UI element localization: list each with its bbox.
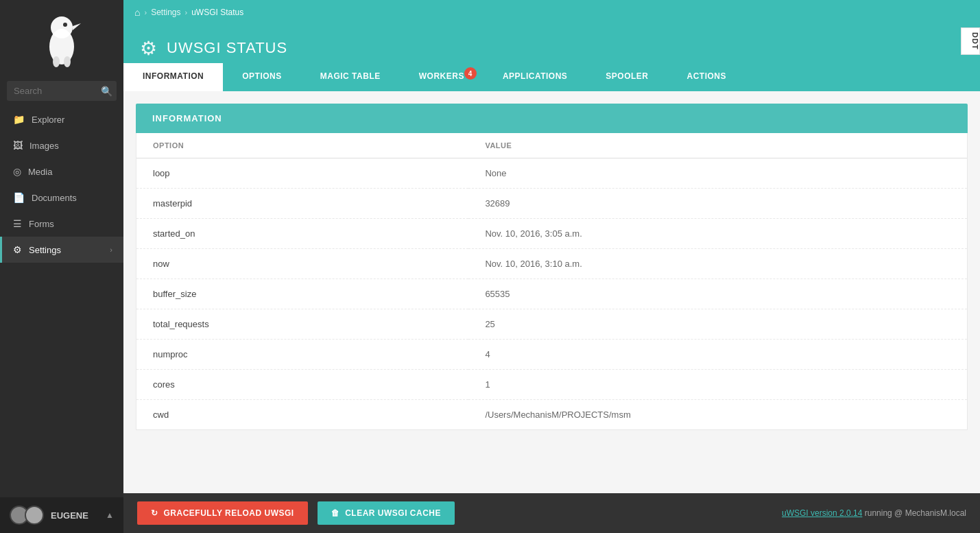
tab-workers-label: WORKERS xyxy=(419,71,464,81)
table-row: buffer_size65535 xyxy=(136,279,967,309)
sidebar-item-label: Settings xyxy=(29,245,61,255)
info-table: OPTION VALUE loopNonemasterpid32689start… xyxy=(136,133,967,429)
tab-workers[interactable]: WORKERS 4 xyxy=(400,63,483,91)
search-area: 🔍 xyxy=(0,75,123,106)
version-info: uWSGI version 2.0.14 running @ MechanisM… xyxy=(782,508,966,518)
value-cell: 25 xyxy=(468,309,967,340)
option-cell: cwd xyxy=(136,400,468,430)
user-menu-chevron[interactable]: ▲ xyxy=(106,510,114,520)
workers-badge: 4 xyxy=(464,67,477,80)
option-cell: started_on xyxy=(136,219,468,249)
sidebar-item-label: Media xyxy=(28,167,52,177)
sidebar-footer: EUGENE ▲ xyxy=(0,497,123,533)
svg-point-5 xyxy=(64,56,71,67)
svg-point-3 xyxy=(63,23,67,27)
logo-area xyxy=(0,0,123,75)
tab-options[interactable]: OPTIONS xyxy=(223,63,301,91)
value-cell: Nov. 10, 2016, 3:05 a.m. xyxy=(468,219,967,249)
value-cell: 65535 xyxy=(468,279,967,309)
option-cell: cores xyxy=(136,370,468,400)
breadcrumb-uwsgi-status: uWSGI Status xyxy=(191,8,243,17)
bird-logo xyxy=(41,12,82,67)
svg-point-4 xyxy=(53,56,60,67)
avatar xyxy=(25,506,44,525)
action-bar: ↻ GRACEFULLY RELOAD UWSGI 🗑 CLEAR UWSGI … xyxy=(123,493,980,533)
page-title: UWSGI STATUS xyxy=(167,39,287,57)
value-cell: None xyxy=(468,158,967,189)
sidebar-item-images[interactable]: 🖼 Images xyxy=(0,132,123,158)
breadcrumb-settings[interactable]: Settings xyxy=(151,8,180,17)
sidebar-item-label: Explorer xyxy=(32,115,64,125)
user-name: EUGENE xyxy=(51,510,99,521)
table-row: cwd/Users/MechanisM/PROJECTS/msm xyxy=(136,400,967,430)
table-row: nowNov. 10, 2016, 3:10 a.m. xyxy=(136,249,967,279)
cache-button-label: CLEAR UWSGI CACHE xyxy=(345,508,441,518)
sidebar-item-label: Forms xyxy=(29,219,54,229)
home-icon[interactable]: ⌂ xyxy=(134,7,140,18)
sidebar: 🔍 📁 Explorer 🖼 Images ◎ Media 📄 Document… xyxy=(0,0,123,533)
explorer-icon: 📁 xyxy=(13,114,25,125)
table-row: masterpid32689 xyxy=(136,189,967,219)
sidebar-item-label: Documents xyxy=(32,193,77,203)
main-content: ⌂ › Settings › uWSGI Status ⚙ UWSGI STAT… xyxy=(123,0,980,533)
settings-expand-icon: › xyxy=(110,246,112,254)
svg-marker-2 xyxy=(73,23,81,30)
sidebar-item-settings[interactable]: ⚙ Settings › xyxy=(0,237,123,263)
settings-icon: ⚙ xyxy=(13,244,22,255)
version-link[interactable]: uWSGI version 2.0.14 xyxy=(782,508,862,518)
tab-magic-table[interactable]: MAGIC TABLE xyxy=(301,63,400,91)
clear-cache-button[interactable]: 🗑 CLEAR UWSGI CACHE xyxy=(318,501,455,525)
tab-information[interactable]: INFORMATION xyxy=(123,63,223,91)
option-cell: now xyxy=(136,249,468,279)
table-row: numproc4 xyxy=(136,340,967,370)
reload-button-label: GRACEFULLY RELOAD UWSGI xyxy=(164,508,294,518)
ddt-badge[interactable]: DDT xyxy=(961,27,980,55)
nav-items: 📁 Explorer 🖼 Images ◎ Media 📄 Documents … xyxy=(0,106,123,497)
breadcrumb-sep-2: › xyxy=(185,8,188,16)
sidebar-item-forms[interactable]: ☰ Forms xyxy=(0,211,123,237)
tab-spooler-label: SPOOLER xyxy=(606,71,648,81)
option-cell: total_requests xyxy=(136,309,468,340)
search-input[interactable] xyxy=(7,81,117,101)
sidebar-item-label: Images xyxy=(29,141,59,151)
forms-icon: ☰ xyxy=(13,218,22,229)
sidebar-item-media[interactable]: ◎ Media xyxy=(0,158,123,185)
breadcrumb-sep-1: › xyxy=(144,8,147,16)
tab-actions-label: ACTIONS xyxy=(687,71,727,81)
value-cell: /Users/MechanisM/PROJECTS/msm xyxy=(468,400,967,430)
sidebar-item-documents[interactable]: 📄 Documents xyxy=(0,185,123,211)
option-cell: loop xyxy=(136,158,468,189)
tab-information-label: INFORMATION xyxy=(143,71,204,81)
option-cell: numproc xyxy=(136,340,468,370)
search-button[interactable]: 🔍 xyxy=(101,86,112,97)
table-row: loopNone xyxy=(136,158,967,189)
tab-magic-table-label: MAGIC TABLE xyxy=(320,71,381,81)
documents-icon: 📄 xyxy=(13,192,25,203)
tab-actions[interactable]: ACTIONS xyxy=(668,63,746,91)
breadcrumb: ⌂ › Settings › uWSGI Status xyxy=(123,0,980,25)
col-option-header: OPTION xyxy=(136,133,468,158)
section-header: INFORMATION xyxy=(136,104,968,133)
tab-options-label: OPTIONS xyxy=(242,71,282,81)
col-value-header: VALUE xyxy=(468,133,967,158)
option-cell: buffer_size xyxy=(136,279,468,309)
value-cell: 4 xyxy=(468,340,967,370)
option-cell: masterpid xyxy=(136,189,468,219)
trash-icon: 🗑 xyxy=(331,508,340,518)
info-table-wrap: OPTION VALUE loopNonemasterpid32689start… xyxy=(136,133,968,430)
media-icon: ◎ xyxy=(13,166,21,177)
content-area: INFORMATION OPTION VALUE loopNonemasterp… xyxy=(123,91,980,493)
tabs-bar: INFORMATION OPTIONS MAGIC TABLE WORKERS … xyxy=(123,63,980,91)
graceful-reload-button[interactable]: ↻ GRACEFULLY RELOAD UWSGI xyxy=(137,501,308,525)
tab-spooler[interactable]: SPOOLER xyxy=(586,63,667,91)
version-suffix: running @ MechanisM.local xyxy=(865,508,966,518)
table-row: cores1 xyxy=(136,370,967,400)
tab-applications[interactable]: APPLICATIONS xyxy=(483,63,586,91)
reload-icon: ↻ xyxy=(151,508,158,518)
images-icon: 🖼 xyxy=(13,140,23,151)
tab-applications-label: APPLICATIONS xyxy=(503,71,567,81)
svg-point-1 xyxy=(51,16,73,38)
value-cell: 32689 xyxy=(468,189,967,219)
table-row: started_onNov. 10, 2016, 3:05 a.m. xyxy=(136,219,967,249)
sidebar-item-explorer[interactable]: 📁 Explorer xyxy=(0,106,123,132)
